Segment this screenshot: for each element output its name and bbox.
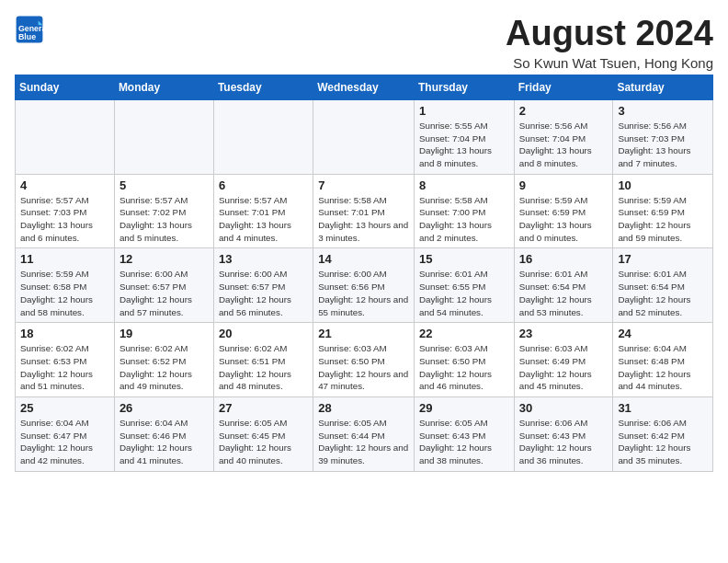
day-cell: 12Sunrise: 6:00 AM Sunset: 6:57 PM Dayli…: [114, 248, 213, 323]
day-number: 5: [119, 178, 209, 192]
week-row-1: 1Sunrise: 5:55 AM Sunset: 7:04 PM Daylig…: [16, 99, 713, 174]
day-cell: 4Sunrise: 5:57 AM Sunset: 7:03 PM Daylig…: [16, 174, 115, 248]
header-row: SundayMondayTuesdayWednesdayThursdayFrid…: [16, 75, 713, 99]
day-number: 24: [618, 327, 708, 340]
day-number: 10: [618, 178, 708, 192]
day-cell: 7Sunrise: 5:58 AM Sunset: 7:01 PM Daylig…: [313, 174, 415, 248]
day-cell: 27Sunrise: 6:05 AM Sunset: 6:45 PM Dayli…: [213, 397, 313, 472]
day-info: Sunrise: 5:59 AM Sunset: 6:58 PM Dayligh…: [20, 268, 109, 318]
day-info: Sunrise: 5:59 AM Sunset: 6:59 PM Dayligh…: [618, 194, 708, 245]
day-cell: 23Sunrise: 6:03 AM Sunset: 6:49 PM Dayli…: [514, 323, 613, 397]
day-info: Sunrise: 6:04 AM Sunset: 6:47 PM Dayligh…: [20, 417, 109, 467]
day-info: Sunrise: 6:01 AM Sunset: 6:54 PM Dayligh…: [618, 268, 708, 318]
day-info: Sunrise: 5:59 AM Sunset: 6:59 PM Dayligh…: [519, 194, 609, 245]
day-cell: [16, 99, 115, 174]
day-cell: 26Sunrise: 6:04 AM Sunset: 6:46 PM Dayli…: [114, 397, 213, 472]
day-info: Sunrise: 5:56 AM Sunset: 7:03 PM Dayligh…: [618, 120, 708, 170]
week-row-3: 11Sunrise: 5:59 AM Sunset: 6:58 PM Dayli…: [16, 248, 713, 323]
day-cell: [114, 99, 213, 174]
day-cell: 31Sunrise: 6:06 AM Sunset: 6:42 PM Dayli…: [613, 397, 713, 472]
day-cell: 9Sunrise: 5:59 AM Sunset: 6:59 PM Daylig…: [514, 174, 613, 248]
header-cell-friday: Friday: [514, 75, 613, 99]
day-info: Sunrise: 6:00 AM Sunset: 6:56 PM Dayligh…: [318, 268, 409, 318]
day-number: 16: [519, 252, 609, 266]
day-cell: 28Sunrise: 6:05 AM Sunset: 6:44 PM Dayli…: [313, 397, 415, 472]
day-number: 14: [318, 252, 409, 266]
day-cell: 22Sunrise: 6:03 AM Sunset: 6:50 PM Dayli…: [415, 323, 515, 397]
day-number: 12: [119, 252, 209, 266]
day-number: 31: [618, 401, 708, 415]
day-cell: 8Sunrise: 5:58 AM Sunset: 7:00 PM Daylig…: [415, 174, 515, 248]
day-cell: 24Sunrise: 6:04 AM Sunset: 6:48 PM Dayli…: [613, 323, 713, 397]
day-number: 3: [618, 104, 708, 118]
day-cell: 3Sunrise: 5:56 AM Sunset: 7:03 PM Daylig…: [613, 99, 713, 174]
header-cell-thursday: Thursday: [415, 75, 515, 99]
day-cell: 15Sunrise: 6:01 AM Sunset: 6:55 PM Dayli…: [415, 248, 515, 323]
day-info: Sunrise: 6:03 AM Sunset: 6:50 PM Dayligh…: [419, 342, 509, 393]
day-info: Sunrise: 5:58 AM Sunset: 7:00 PM Dayligh…: [419, 194, 509, 245]
day-cell: 6Sunrise: 5:57 AM Sunset: 7:01 PM Daylig…: [213, 174, 313, 248]
day-cell: 29Sunrise: 6:05 AM Sunset: 6:43 PM Dayli…: [415, 397, 515, 472]
month-title: August 2024: [506, 15, 713, 53]
day-cell: 30Sunrise: 6:06 AM Sunset: 6:43 PM Dayli…: [514, 397, 613, 472]
day-number: 27: [219, 401, 308, 415]
header-cell-sunday: Sunday: [16, 75, 115, 99]
day-cell: 18Sunrise: 6:02 AM Sunset: 6:53 PM Dayli…: [16, 323, 115, 397]
day-cell: 25Sunrise: 6:04 AM Sunset: 6:47 PM Dayli…: [16, 397, 115, 472]
day-info: Sunrise: 6:02 AM Sunset: 6:51 PM Dayligh…: [219, 342, 308, 393]
day-number: 7: [318, 178, 409, 192]
week-row-4: 18Sunrise: 6:02 AM Sunset: 6:53 PM Dayli…: [16, 323, 713, 397]
day-info: Sunrise: 6:01 AM Sunset: 6:54 PM Dayligh…: [519, 268, 609, 318]
day-number: 21: [318, 327, 409, 340]
day-info: Sunrise: 6:02 AM Sunset: 6:52 PM Dayligh…: [119, 342, 209, 393]
day-number: 8: [419, 178, 509, 192]
day-number: 2: [519, 104, 609, 118]
day-number: 4: [20, 178, 109, 192]
day-info: Sunrise: 5:57 AM Sunset: 7:03 PM Dayligh…: [20, 194, 109, 245]
location-subtitle: So Kwun Wat Tsuen, Hong Kong: [506, 55, 713, 71]
day-info: Sunrise: 5:57 AM Sunset: 7:01 PM Dayligh…: [219, 194, 308, 245]
day-number: 30: [519, 401, 609, 415]
day-info: Sunrise: 5:57 AM Sunset: 7:02 PM Dayligh…: [119, 194, 209, 245]
header: General Blue August 2024 So Kwun Wat Tsu…: [15, 15, 713, 71]
day-cell: 14Sunrise: 6:00 AM Sunset: 6:56 PM Dayli…: [313, 248, 415, 323]
day-cell: 1Sunrise: 5:55 AM Sunset: 7:04 PM Daylig…: [415, 99, 515, 174]
day-info: Sunrise: 5:58 AM Sunset: 7:01 PM Dayligh…: [318, 194, 409, 245]
day-info: Sunrise: 6:00 AM Sunset: 6:57 PM Dayligh…: [219, 268, 308, 318]
day-info: Sunrise: 5:56 AM Sunset: 7:04 PM Dayligh…: [519, 120, 609, 170]
day-number: 15: [419, 252, 509, 266]
header-cell-monday: Monday: [114, 75, 213, 99]
day-number: 13: [219, 252, 308, 266]
day-cell: [213, 99, 313, 174]
day-number: 29: [419, 401, 509, 415]
day-info: Sunrise: 6:05 AM Sunset: 6:44 PM Dayligh…: [318, 417, 409, 467]
day-cell: [313, 99, 415, 174]
header-cell-wednesday: Wednesday: [313, 75, 415, 99]
day-info: Sunrise: 6:00 AM Sunset: 6:57 PM Dayligh…: [119, 268, 209, 318]
day-info: Sunrise: 5:55 AM Sunset: 7:04 PM Dayligh…: [419, 120, 509, 170]
day-info: Sunrise: 6:06 AM Sunset: 6:43 PM Dayligh…: [519, 417, 609, 467]
day-info: Sunrise: 6:06 AM Sunset: 6:42 PM Dayligh…: [618, 417, 708, 467]
day-info: Sunrise: 6:04 AM Sunset: 6:48 PM Dayligh…: [618, 342, 708, 393]
header-cell-saturday: Saturday: [613, 75, 713, 99]
day-cell: 10Sunrise: 5:59 AM Sunset: 6:59 PM Dayli…: [613, 174, 713, 248]
week-row-5: 25Sunrise: 6:04 AM Sunset: 6:47 PM Dayli…: [16, 397, 713, 472]
week-row-2: 4Sunrise: 5:57 AM Sunset: 7:03 PM Daylig…: [16, 174, 713, 248]
day-info: Sunrise: 6:05 AM Sunset: 6:43 PM Dayligh…: [419, 417, 509, 467]
day-info: Sunrise: 6:02 AM Sunset: 6:53 PM Dayligh…: [20, 342, 109, 393]
day-cell: 17Sunrise: 6:01 AM Sunset: 6:54 PM Dayli…: [613, 248, 713, 323]
day-number: 22: [419, 327, 509, 340]
day-number: 6: [219, 178, 308, 192]
day-cell: 11Sunrise: 5:59 AM Sunset: 6:58 PM Dayli…: [16, 248, 115, 323]
day-number: 1: [419, 104, 509, 118]
day-number: 28: [318, 401, 409, 415]
day-info: Sunrise: 6:05 AM Sunset: 6:45 PM Dayligh…: [219, 417, 308, 467]
calendar-table: SundayMondayTuesdayWednesdayThursdayFrid…: [15, 75, 713, 472]
day-number: 20: [219, 327, 308, 340]
header-cell-tuesday: Tuesday: [213, 75, 313, 99]
day-number: 17: [618, 252, 708, 266]
day-info: Sunrise: 6:04 AM Sunset: 6:46 PM Dayligh…: [119, 417, 209, 467]
day-number: 19: [119, 327, 209, 340]
day-cell: 21Sunrise: 6:03 AM Sunset: 6:50 PM Dayli…: [313, 323, 415, 397]
day-number: 26: [119, 401, 209, 415]
